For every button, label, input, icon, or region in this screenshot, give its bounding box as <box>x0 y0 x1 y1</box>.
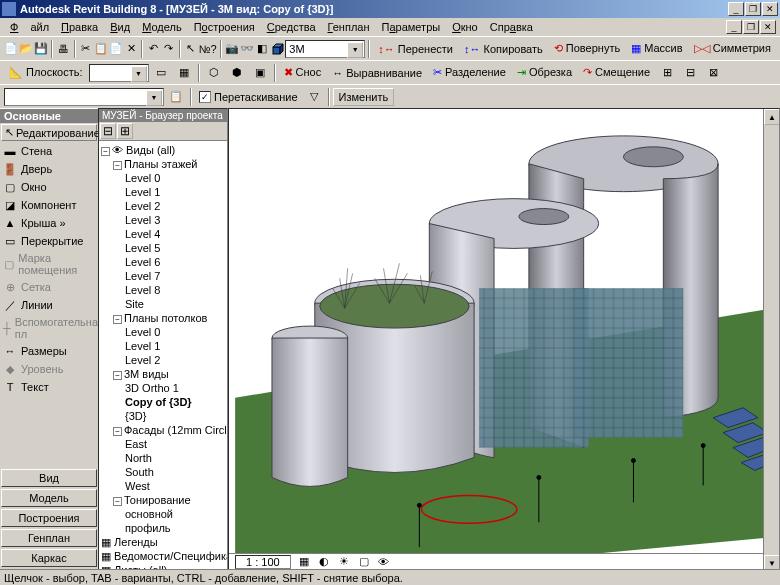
tree-3d-item[interactable]: 3D Ortho 1 <box>101 381 225 395</box>
vertical-scrollbar[interactable]: ▲ ▼ <box>763 109 779 571</box>
tree-ceiling-plans[interactable]: −Планы потолков <box>101 311 225 325</box>
tree-level[interactable]: Level 2 <box>101 353 225 367</box>
tree-elevation-item[interactable]: South <box>101 465 225 479</box>
dimension-tool[interactable]: ↔Размеры <box>0 342 98 360</box>
properties-icon[interactable]: 📋 <box>165 87 187 107</box>
rotate-button[interactable]: ⟲ Повернуть <box>549 40 625 57</box>
tree-level[interactable]: Level 2 <box>101 199 225 213</box>
menu-file[interactable]: Файл <box>4 20 55 34</box>
tab-genplan[interactable]: Генплан <box>1 529 97 547</box>
component-tool[interactable]: ◪Компонент <box>0 196 98 214</box>
pointer-icon[interactable]: ↖ <box>184 39 198 59</box>
tree-level[interactable]: Level 3 <box>101 213 225 227</box>
help-icon[interactable]: №? <box>199 39 217 59</box>
room-tag-tool[interactable]: ▢Марка помещения <box>0 250 98 278</box>
type-selector-combo[interactable] <box>4 88 164 106</box>
child-restore-button[interactable]: ❐ <box>743 20 759 34</box>
trim-button[interactable]: ⇥ Обрезка <box>512 64 577 81</box>
cube-icon[interactable] <box>270 39 284 59</box>
join-icon[interactable]: ⬡ <box>203 63 225 83</box>
tree-level[interactable]: Level 6 <box>101 255 225 269</box>
menu-params[interactable]: Параметры <box>376 20 447 34</box>
floor-tool[interactable]: ▭Перекрытие <box>0 232 98 250</box>
tree-3d-views[interactable]: −3М виды <box>101 367 225 381</box>
scroll-up-icon[interactable]: ▲ <box>764 109 780 125</box>
menu-help[interactable]: Справка <box>484 20 539 34</box>
tree-level[interactable]: Level 7 <box>101 269 225 283</box>
align-button[interactable]: ↔ Выравнивание <box>327 65 427 81</box>
scale-display[interactable]: 1 : 100 <box>235 555 291 569</box>
mirror-button[interactable]: ▷◁ Симметрия <box>689 40 776 57</box>
tree-3d-item-active[interactable]: Copy of {3D} <box>101 395 225 409</box>
browser-collapse-icon[interactable]: ⊞ <box>117 123 133 139</box>
paste-icon[interactable]: 📄 <box>109 39 123 59</box>
unjoin-icon[interactable]: ⬢ <box>226 63 248 83</box>
workplane-label[interactable]: 📐 Плоскость: <box>4 64 88 81</box>
new-icon[interactable]: 📄 <box>4 39 18 59</box>
tree-elevation-item[interactable]: East <box>101 437 225 451</box>
move-button[interactable]: ↕↔ Перенести <box>373 41 458 57</box>
tree-level[interactable]: Level 1 <box>101 339 225 353</box>
wp-show-icon[interactable]: ▭ <box>150 63 172 83</box>
menu-genplan[interactable]: Генплан <box>322 20 376 34</box>
menu-build[interactable]: Построения <box>188 20 261 34</box>
split-button[interactable]: ✂ Разделение <box>428 64 511 81</box>
browser-expand-icon[interactable]: ⊟ <box>100 123 116 139</box>
shadows-icon[interactable]: ☀ <box>337 555 351 569</box>
close-button[interactable]: ✕ <box>762 2 778 16</box>
level-tool[interactable]: ◆Уровень <box>0 360 98 378</box>
tab-model[interactable]: Модель <box>1 489 97 507</box>
menu-tools[interactable]: Средства <box>261 20 322 34</box>
model-graphics-icon[interactable]: ◐ <box>317 555 331 569</box>
menu-edit[interactable]: Правка <box>55 20 104 34</box>
hide-icon[interactable]: 👁 <box>377 555 391 569</box>
tool-c-icon[interactable]: ⊠ <box>702 63 724 83</box>
wall-tool[interactable]: ▬Стена <box>0 142 98 160</box>
tab-view[interactable]: Вид <box>1 469 97 487</box>
tree-3d-item[interactable]: {3D} <box>101 409 225 423</box>
tree-elevations[interactable]: −Фасады (12mm Circle) <box>101 423 225 437</box>
filter-icon[interactable]: ▽ <box>303 87 325 107</box>
modify-tool[interactable]: ↖ Редактирование <box>1 124 97 141</box>
tree-level[interactable]: Level 4 <box>101 227 225 241</box>
tree-rendering-item[interactable]: профиль <box>101 521 225 535</box>
tree-level[interactable]: Level 1 <box>101 185 225 199</box>
menu-model[interactable]: Модель <box>136 20 188 34</box>
tree-views[interactable]: −👁 Виды (all) <box>101 143 225 157</box>
tab-build[interactable]: Построения <box>1 509 97 527</box>
detail-level-icon[interactable]: ▦ <box>297 555 311 569</box>
tool-b-icon[interactable]: ⊟ <box>679 63 701 83</box>
lines-tool[interactable]: ／Линии <box>0 296 98 314</box>
text-tool[interactable]: TТекст <box>0 378 98 396</box>
grid-tool[interactable]: ⊕Сетка <box>0 278 98 296</box>
menu-view[interactable]: Вид <box>104 20 136 34</box>
undo-icon[interactable]: ↶ <box>146 39 160 59</box>
child-close-button[interactable]: ✕ <box>760 20 776 34</box>
save-icon[interactable]: 💾 <box>34 39 48 59</box>
array-button[interactable]: ▦ Массив <box>626 40 687 57</box>
tab-frame[interactable]: Каркас <box>1 549 97 567</box>
tree-elevation-item[interactable]: North <box>101 451 225 465</box>
roof-tool[interactable]: ▲Крыша » <box>0 214 98 232</box>
workplane-combo[interactable] <box>89 64 149 82</box>
section-icon[interactable]: ◧ <box>255 39 269 59</box>
tree-level[interactable]: Level 5 <box>101 241 225 255</box>
minimize-button[interactable]: _ <box>728 2 744 16</box>
wp-grid-icon[interactable]: ▦ <box>173 63 195 83</box>
tree-rendering[interactable]: −Тонирование <box>101 493 225 507</box>
demolish-button[interactable]: ✖ Снос <box>279 64 327 81</box>
camera-icon[interactable]: 📷 <box>225 39 239 59</box>
tree-level[interactable]: Level 8 <box>101 283 225 297</box>
view-type-combo[interactable]: 3М <box>285 40 365 58</box>
window-tool[interactable]: ▢Окно <box>0 178 98 196</box>
open-icon[interactable]: 📂 <box>19 39 33 59</box>
copy-icon[interactable]: 📋 <box>94 39 108 59</box>
tree-legends[interactable]: ▦ Легенды <box>101 535 225 549</box>
tree-level[interactable]: Site <box>101 297 225 311</box>
object-icon[interactable]: ▣ <box>249 63 271 83</box>
crop-icon[interactable]: ▢ <box>357 555 371 569</box>
tool-a-icon[interactable]: ⊞ <box>656 63 678 83</box>
glasses-icon[interactable]: 👓 <box>240 39 254 59</box>
modify-button[interactable]: Изменить <box>333 88 395 106</box>
tree-level[interactable]: Level 0 <box>101 171 225 185</box>
